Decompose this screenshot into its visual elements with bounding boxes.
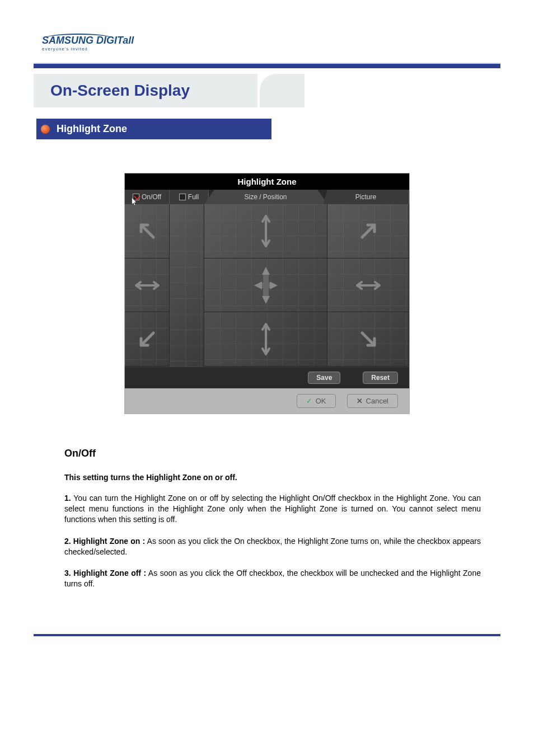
footer-divider (34, 634, 500, 636)
logo-sub-text: everyone's invited (42, 46, 534, 51)
panels-row (125, 204, 409, 367)
panel-right-bottom[interactable] (327, 312, 409, 367)
tab-full[interactable]: Full (170, 190, 209, 204)
dpad-icon (241, 260, 291, 311)
panel-full-column (170, 204, 204, 367)
panel-center-top[interactable] (204, 204, 327, 259)
reset-button-label: Reset (371, 374, 390, 382)
screenshot-title: Highlight Zone (125, 173, 409, 190)
content-heading: On/Off (64, 448, 481, 459)
panel-center-mid[interactable] (204, 259, 327, 313)
panel-left-mid[interactable] (125, 259, 169, 313)
cursor-icon (132, 198, 138, 206)
svg-rect-1 (262, 283, 270, 288)
diagonal-arrow-sw-icon (133, 325, 161, 353)
panel-left (125, 204, 170, 367)
tab-size-position[interactable]: Size / Position (204, 190, 327, 204)
brand-logo: SAMSUNG DIGITall everyone's invited (0, 0, 534, 63)
reset-button[interactable]: Reset (363, 372, 398, 384)
diagonal-arrow-ne-icon (354, 217, 382, 245)
panel-center-bottom[interactable] (204, 312, 327, 367)
panel-left-top[interactable] (125, 204, 169, 259)
tab-full-label: Full (188, 193, 199, 201)
content-section: On/Off This setting turns the Highlight … (0, 448, 534, 634)
panel-left-bottom[interactable] (125, 312, 169, 367)
panel-right-mid[interactable] (327, 259, 409, 313)
screenshot-container: Highlight Zone On/Off Full Size / Positi… (124, 173, 410, 414)
content-para-1: 1. You can turn the Highlight Zone on or… (64, 493, 481, 525)
tab-onoff[interactable]: On/Off (125, 190, 170, 204)
tab-picture[interactable]: Picture (323, 190, 409, 204)
ok-button-label: OK (316, 397, 326, 405)
panel-right-top[interactable] (327, 204, 409, 259)
title-bar: On-Screen Display (34, 74, 257, 107)
diagonal-arrow-nw-icon (133, 217, 161, 245)
content-para-2: 2. Highlight Zone on : As soon as you cl… (64, 536, 481, 557)
bullet-icon (41, 125, 50, 134)
title-tab-graphic (260, 74, 305, 107)
tab-onoff-label: On/Off (142, 193, 161, 201)
vertical-arrow-icon (257, 212, 274, 251)
page-title: On-Screen Display (50, 82, 241, 100)
close-icon: ✕ (357, 397, 363, 405)
cancel-button[interactable]: ✕ Cancel (347, 394, 398, 408)
horizontal-arrow-icon (130, 277, 164, 294)
cancel-button-label: Cancel (366, 397, 388, 405)
p1-num: 1. (64, 494, 71, 503)
header-divider (34, 63, 500, 68)
section-title: Highlight Zone (57, 123, 127, 135)
logo-main-text: SAMSUNG DIGITall (42, 35, 534, 46)
tab-picture-label: Picture (355, 193, 376, 201)
content-para-3: 3. Highlight Zone off : As soon as you c… (64, 568, 481, 589)
p3-bold: 3. Highlight Zone off : (64, 569, 146, 577)
save-button-label: Save (316, 374, 332, 382)
p1-text: You can turn the Highlight Zone on or of… (64, 494, 481, 524)
panel-right (327, 204, 409, 367)
vertical-arrow-icon (257, 320, 274, 359)
tab-size-label: Size / Position (244, 193, 287, 201)
title-section: On-Screen Display (34, 74, 500, 107)
ok-button[interactable]: ✓ OK (297, 394, 336, 408)
horizontal-arrow-icon (352, 277, 385, 294)
check-icon: ✓ (306, 397, 312, 405)
diagonal-arrow-se-icon (354, 325, 382, 353)
tabs-row: On/Off Full Size / Position Picture (125, 190, 409, 204)
section-header: Highlight Zone (36, 119, 271, 139)
checkbox-full-icon (179, 194, 186, 200)
panel-center (204, 204, 327, 367)
save-button[interactable]: Save (308, 372, 340, 384)
content-subtitle: This setting turns the Highlight Zone on… (64, 473, 481, 482)
ok-cancel-row: ✓ OK ✕ Cancel (125, 388, 409, 414)
bottom-buttons-row: Save Reset (125, 367, 409, 388)
p2-bold: 2. Highlight Zone on : (64, 537, 145, 546)
